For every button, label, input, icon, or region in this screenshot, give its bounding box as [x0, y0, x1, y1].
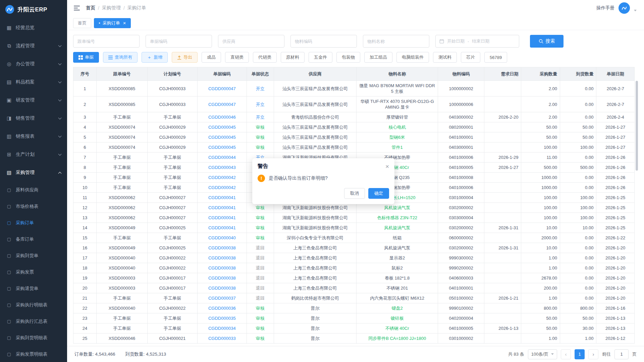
supplier-input[interactable]: [218, 35, 284, 48]
doc-code-link[interactable]: CGDD000038: [208, 245, 236, 250]
doc-code-link[interactable]: CGDD000045: [208, 145, 236, 150]
table-row[interactable]: 4XSDD000074CGJH000029CGDD000045审核汕头市三辰蓝猫…: [73, 122, 635, 132]
category-button[interactable]: 五金件: [309, 52, 332, 63]
category-button[interactable]: 包装物: [336, 52, 360, 63]
confirm-button[interactable]: 确定: [368, 188, 389, 199]
tab-close-icon[interactable]: ×: [123, 20, 126, 25]
category-button[interactable]: 代销类: [253, 52, 277, 63]
sidebar-item-overview[interactable]: ▦经营总览: [0, 19, 67, 37]
page-size-select[interactable]: 100条/页: [528, 349, 557, 359]
table-row[interactable]: 24手工单据手工单据CGDD000034审核普尔不锈钢 40Cr04010000…: [73, 323, 635, 334]
category-button[interactable]: 芯片: [461, 52, 480, 63]
tab-purchase-order[interactable]: ● 采购订单 ×: [94, 18, 131, 28]
doc-code-link[interactable]: CGDD000044: [208, 155, 236, 160]
table-row[interactable]: 14XSDD000049CGJH000025CGDD000041审核湖南飞沃新能…: [73, 223, 635, 233]
category-button[interactable]: 测试料: [433, 52, 457, 63]
doc-code-link[interactable]: CGDD000034: [208, 326, 236, 331]
chevron-down-icon[interactable]: [634, 10, 637, 11]
doc-code-link[interactable]: CGDD000033: [208, 336, 236, 341]
doc-code-link[interactable]: CGDD000043: [208, 165, 236, 170]
table-row[interactable]: 23手工单据手工单据CGDD000035审核普尔镀锌板040200000450.…: [73, 313, 635, 323]
sidebar-item-purchase[interactable]: ▧采购管理: [0, 164, 67, 182]
export-button[interactable]: 导出: [172, 52, 198, 63]
sidebar-item-materials[interactable]: ▤料品档案: [0, 73, 67, 91]
table-row[interactable]: 21手工单据手工单据CGDD000037退回鹤岗比优特超市有限公司内六角花形沉头…: [73, 293, 635, 303]
doc-code-link[interactable]: CGDD000038: [208, 276, 236, 281]
category-button[interactable]: 56789: [484, 52, 507, 63]
category-button[interactable]: 电脑组装件: [396, 52, 429, 63]
doc-code-link[interactable]: CGDD000047: [208, 86, 236, 91]
sidebar-subitem[interactable]: ▢采购执行汇总表: [0, 313, 67, 329]
doc-code-input[interactable]: [146, 35, 212, 48]
sidebar-item-sales-report[interactable]: ▥销售报表: [0, 127, 67, 145]
category-button[interactable]: 加工组品: [364, 52, 392, 63]
sidebar-item-process[interactable]: ⧉流程管理: [0, 37, 67, 55]
menu-collapse-icon[interactable]: [74, 5, 80, 11]
breadcrumb-item[interactable]: 首页: [86, 5, 95, 11]
category-button[interactable]: 原材料: [281, 52, 305, 63]
sidebar-subitem[interactable]: ▢采购到货单: [0, 247, 67, 264]
doc-button[interactable]: 单据: [73, 52, 99, 63]
doc-code-link[interactable]: CGDD000042: [208, 185, 236, 190]
sidebar-subitem[interactable]: ▢采购退货单: [0, 280, 67, 297]
tab-home[interactable]: 首页: [73, 18, 91, 28]
table-row[interactable]: 20XSDD000003CGJH000017CGDD000038退回上海三色食品…: [73, 283, 635, 293]
doc-code-link[interactable]: CGDD000036: [208, 306, 236, 311]
table-row[interactable]: 19XSDD000003CGJH000017CGDD000038退回上海三色食品…: [73, 273, 635, 283]
table-row[interactable]: 12XSDD000062CGJH000027CGDD000041审核湖南飞沃新能…: [73, 203, 635, 213]
material-code-input[interactable]: [290, 35, 357, 48]
table-row[interactable]: 18XSDD000040CGJH000022CGDD000038退回上海三色食品…: [73, 263, 635, 273]
query-all-button[interactable]: 查询所有: [103, 52, 138, 63]
prev-page-button[interactable]: ‹: [561, 349, 571, 359]
table-row[interactable]: 13XSDD000062CGJH000027CGDD000041审核湖南飞沃新能…: [73, 213, 635, 223]
track-no-input[interactable]: [73, 35, 140, 48]
breadcrumb-item[interactable]: 采购管理: [102, 5, 121, 11]
goto-page-input[interactable]: [614, 349, 629, 359]
manual-link[interactable]: 操作手册: [596, 5, 614, 11]
doc-code-link[interactable]: CGDD000035: [208, 316, 236, 321]
sidebar-item-office[interactable]: ◎办公管理: [0, 55, 67, 73]
doc-code-link[interactable]: CGDD000045: [208, 135, 236, 140]
table-row[interactable]: 17XSDD000040CGJH000022CGDD000038退回上海三色食品…: [73, 253, 635, 263]
add-button[interactable]: ＋ 新增: [142, 52, 168, 63]
sidebar-subitem[interactable]: ▢采购发票: [0, 264, 67, 280]
sidebar-subitem[interactable]: ▢采购执行明细表: [0, 297, 67, 313]
sidebar-subitem[interactable]: ▢原料供应商: [0, 182, 67, 198]
category-button[interactable]: 直销类: [225, 52, 249, 63]
table-row[interactable]: 3手工单据手工单据CGDD000046开立青海纺织品股份合作公司厚壁镀锌管040…: [73, 112, 635, 122]
date-range-picker[interactable]: 开始日期 - 结束日期: [435, 35, 519, 48]
material-name-input[interactable]: [363, 35, 429, 48]
scrollbar-thumb[interactable]: [636, 81, 638, 171]
table-row[interactable]: 5XSDD000074CGJH000029CGDD000045审核汕头市三辰蓝猫…: [73, 132, 635, 142]
table-row[interactable]: 6XSDD000074CGJH000029CGDD000045审核汕头市三辰蓝猫…: [73, 142, 635, 153]
doc-code-link[interactable]: CGDD000042: [208, 175, 236, 180]
table-row[interactable]: 2XSDD000085CGJH000033CGDD000047开立汕头市三辰蓝猫…: [73, 97, 635, 112]
doc-code-link[interactable]: CGDD000045: [208, 125, 236, 130]
doc-code-link[interactable]: CGDD000041: [208, 215, 236, 220]
doc-code-link[interactable]: CGDD000041: [208, 205, 236, 210]
close-icon[interactable]: ×: [385, 163, 389, 170]
table-row[interactable]: 25XSDD000046CGJH000021CGDD000033审核普尔同步带件…: [73, 334, 635, 344]
cancel-button[interactable]: 取消: [344, 188, 365, 199]
doc-code-link[interactable]: CGDD000040: [208, 235, 236, 240]
table-row[interactable]: 22XSDD000040CGJH000022CGDD000036审核普尔键盘29…: [73, 303, 635, 313]
sidebar-item-rd[interactable]: ▣研发管理: [0, 91, 67, 109]
sidebar-item-sales[interactable]: ◨销售管理: [0, 109, 67, 127]
sidebar-item-production[interactable]: ⊞生产计划: [0, 145, 67, 164]
doc-code-link[interactable]: CGDD000047: [208, 102, 236, 107]
doc-code-link[interactable]: CGDD000041: [208, 225, 236, 230]
doc-code-link[interactable]: CGDD000038: [208, 286, 236, 291]
table-row[interactable]: 1XSDD000085CGJH000033CGDD000047开立汕头市三辰蓝猫…: [73, 81, 635, 97]
sidebar-subitem[interactable]: ▢采购到货明细表: [0, 329, 67, 346]
doc-code-link[interactable]: CGDD000038: [208, 265, 236, 270]
doc-code-link[interactable]: CGDD000041: [208, 195, 236, 200]
sidebar-subitem[interactable]: ▢采购发票明细表: [0, 346, 67, 362]
doc-code-link[interactable]: CGDD000046: [208, 115, 236, 120]
doc-code-link[interactable]: CGDD000037: [208, 296, 236, 301]
current-page[interactable]: 1: [575, 349, 585, 359]
doc-code-link[interactable]: CGDD000038: [208, 255, 236, 260]
sidebar-subitem[interactable]: ▢备库订单: [0, 231, 67, 247]
sidebar-subitem[interactable]: ▢采购订单: [0, 215, 67, 231]
category-button[interactable]: 成品: [202, 52, 221, 63]
search-button[interactable]: 搜索: [530, 35, 564, 48]
